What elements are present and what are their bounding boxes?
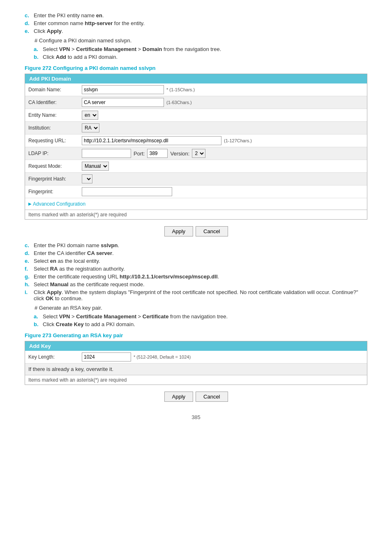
entity-name-select[interactable]: en: [82, 111, 98, 120]
mid-step-i: i. Click Apply. When the system displays…: [25, 289, 367, 301]
domain-name-row: Domain Name: * (1-15Chars.): [25, 83, 367, 96]
fingerprint-hash-row: Fingerprint Hash:: [25, 173, 367, 185]
advanced-config-row: Advanced Configuration: [25, 198, 367, 210]
add-pki-domain-header: Add PKI Domain: [25, 74, 367, 83]
mid-step-i-letter: i.: [25, 289, 31, 301]
ldap-ip-input[interactable]: [82, 149, 131, 158]
cancel-button-1[interactable]: Cancel: [196, 226, 228, 236]
add-key-panel: Add Key Key Length: * (512-2048, Default…: [25, 341, 367, 385]
cancel-button-2[interactable]: Cancel: [196, 392, 228, 402]
pki-step-a: a. Select VPN > Certificate Management >…: [34, 46, 367, 52]
key-length-row: Key Length: * (512-2048, Default = 1024): [25, 351, 367, 364]
mid-step-f: f. Select RA as the registration authori…: [25, 266, 367, 272]
ldap-ip-controls: Port: Version: 2 3: [82, 149, 364, 158]
fingerprint-input[interactable]: [82, 187, 172, 196]
requesting-url-input[interactable]: [82, 136, 221, 145]
ca-identifier-hint: (1-63Chars.): [166, 100, 192, 105]
ca-identifier-row: CA Identifier: (1-63Chars.): [25, 96, 367, 109]
fingerprint-hash-label: Fingerprint Hash:: [28, 176, 82, 182]
rsa-step-b: b. Click Create Key to add a PKI domain.: [34, 321, 367, 327]
institution-row: Institution: RA: [25, 122, 367, 134]
mid-step-h: h. Select Manual as the certificate requ…: [25, 281, 367, 287]
rsa-step-b-letter: b.: [34, 321, 40, 327]
overwrite-note-row: If there is already a key, overwrite it.: [25, 364, 367, 375]
mid-step-d-letter: d.: [25, 250, 31, 256]
domain-name-input[interactable]: [82, 85, 164, 94]
figure1-button-row: Apply Cancel: [25, 226, 367, 236]
step-d-bold: http-server: [85, 20, 113, 26]
rsa-step-b-text: Click Create Key to add a PKI domain.: [43, 321, 367, 327]
pki-step-b-letter: b.: [34, 54, 40, 60]
fingerprint-label: Fingerprint:: [28, 189, 82, 195]
middle-steps-list: c. Enter the PKI domain name sslvpn. d. …: [25, 242, 367, 301]
entity-name-label: Entity Name:: [28, 112, 82, 118]
requesting-url-label: Requesting URL:: [28, 138, 82, 144]
request-mode-row: Request Mode: Manual Auto: [25, 160, 367, 173]
request-mode-controls: Manual Auto: [82, 162, 364, 171]
mid-step-h-letter: h.: [25, 281, 31, 287]
hash-note-2: # Generate an RSA key pair.: [35, 305, 367, 311]
step-d: d. Enter common name http-server for the…: [25, 20, 367, 26]
apply-button-1[interactable]: Apply: [164, 226, 194, 236]
ca-identifier-input[interactable]: [82, 98, 164, 107]
requesting-url-controls: (1-127Chars.): [82, 136, 364, 145]
key-length-input[interactable]: [82, 352, 131, 362]
step-e-text: Click Apply.: [34, 28, 367, 34]
version-label: Version:: [170, 151, 189, 157]
overwrite-note: If there is already a key, overwrite it.: [28, 366, 113, 372]
pki-step-b-text: Click Add to add a PKI domain.: [43, 54, 367, 60]
add-pki-domain-panel: Add PKI Domain Domain Name: * (1-15Chars…: [25, 74, 367, 220]
fingerprint-hash-controls: [82, 174, 364, 183]
mid-step-g-letter: g.: [25, 273, 31, 280]
request-mode-label: Request Mode:: [28, 163, 82, 169]
requesting-url-hint: (1-127Chars.): [224, 138, 252, 143]
mid-step-c-letter: c.: [25, 242, 31, 248]
fingerprint-row: Fingerprint:: [25, 185, 367, 198]
step-e-bold: Apply: [47, 28, 62, 34]
mid-step-d: d. Enter the CA identifier CA server.: [25, 250, 367, 256]
pki-step-b: b. Click Add to add a PKI domain.: [34, 54, 367, 60]
pki-step-a-text: Select VPN > Certificate Management > Do…: [43, 46, 367, 52]
mid-step-e-letter: e.: [25, 258, 31, 264]
top-steps-list: c. Enter the PKI entity name en. d. Ente…: [25, 12, 367, 34]
domain-name-controls: * (1-15Chars.): [82, 85, 364, 94]
entity-name-controls: en: [82, 111, 364, 120]
figure2-title: Figure 273 Generating an RSA key pair: [25, 332, 367, 338]
mid-step-d-text: Enter the CA identifier CA server.: [34, 250, 367, 256]
ca-identifier-label: CA Identifier:: [28, 100, 82, 105]
port-input[interactable]: [147, 149, 168, 158]
mid-step-h-text: Select Manual as the certificate request…: [34, 281, 367, 287]
fingerprint-hash-select[interactable]: [82, 174, 92, 183]
apply-button-2[interactable]: Apply: [164, 392, 194, 402]
step-c: c. Enter the PKI entity name en.: [25, 12, 367, 19]
mid-step-e: e. Select en as the local entity.: [25, 258, 367, 264]
key-length-label: Key Length:: [28, 354, 82, 360]
mid-step-g: g. Enter the certificate requesting URL …: [25, 273, 367, 280]
add-pki-domain-body: Domain Name: * (1-15Chars.) CA Identifie…: [25, 83, 367, 219]
entity-name-row: Entity Name: en: [25, 109, 367, 122]
step-c-letter: c.: [25, 12, 31, 19]
key-length-hint: * (512-2048, Default = 1024): [134, 355, 191, 359]
step-e: e. Click Apply.: [25, 28, 367, 34]
figure1-title: Figure 272 Configuring a PKI domain name…: [25, 65, 367, 71]
hash-note-1: # Configure a PKI domain named sslvpn.: [35, 37, 367, 44]
step-c-bold: en: [96, 12, 102, 19]
asterisk-note-1: Items marked with an asterisk(*) are req…: [25, 210, 367, 219]
version-select[interactable]: 2 3: [192, 149, 205, 158]
institution-select[interactable]: RA: [82, 123, 99, 132]
step-d-letter: d.: [25, 20, 31, 26]
rsa-step-a-text: Select VPN > Certificate Management > Ce…: [43, 313, 367, 320]
request-mode-select[interactable]: Manual Auto: [82, 162, 109, 171]
mid-step-f-letter: f.: [25, 266, 31, 272]
institution-controls: RA: [82, 123, 364, 132]
ldap-ip-row: LDAP IP: Port: Version: 2 3: [25, 147, 367, 160]
port-label: Port:: [134, 151, 145, 157]
mid-step-i-text: Click Apply. When the system displays "F…: [34, 289, 367, 301]
step-c-text: Enter the PKI entity name en.: [34, 12, 367, 19]
step-e-letter: e.: [25, 28, 31, 34]
domain-name-hint: * (1-15Chars.): [166, 87, 195, 92]
pki-steps-list: a. Select VPN > Certificate Management >…: [34, 46, 367, 60]
advanced-config-link[interactable]: Advanced Configuration: [28, 201, 85, 207]
rsa-step-a-letter: a.: [34, 313, 40, 320]
mid-step-g-text: Enter the certificate requesting URL htt…: [34, 273, 367, 280]
